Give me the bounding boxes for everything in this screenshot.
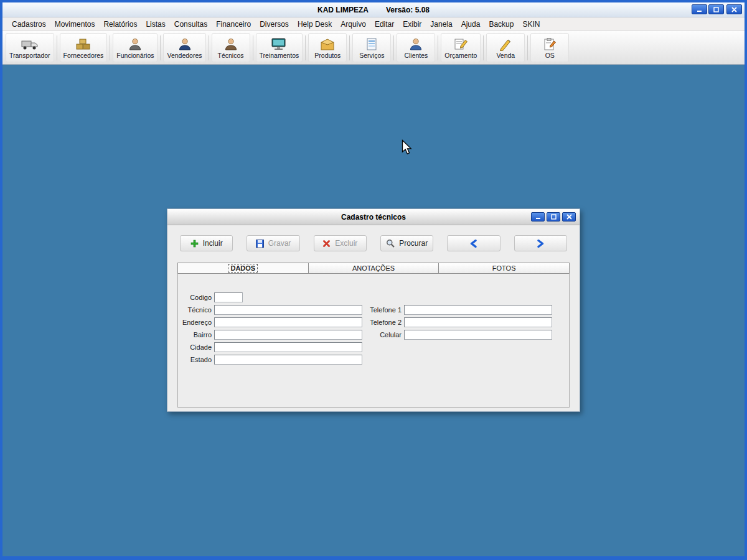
main-toolbar: TransportadorFornecedoresFuncionáriosVen… <box>2 31 745 65</box>
toolbar-separator <box>527 35 528 60</box>
dialog-minimize-button[interactable] <box>531 212 545 222</box>
toolbar-separator <box>57 35 57 60</box>
toolbar-button-treinamentos[interactable]: Treinamentos <box>256 33 303 62</box>
toolbar-button-label: Serviços <box>359 52 384 59</box>
menu-item-movimentos[interactable]: Movimentos <box>50 18 100 30</box>
menu-item-consultas[interactable]: Consultas <box>170 18 212 30</box>
dialog-cadastro-tecnicos: Cadastro técnicos IncluirGravarExcluirPr… <box>167 208 580 412</box>
toolbar-button-venda[interactable]: Venda <box>486 33 525 62</box>
field-input-tecnico[interactable] <box>214 305 362 315</box>
menu-item-janela[interactable]: Janela <box>426 18 456 30</box>
toolbar-button-label: Orçamento <box>444 52 477 59</box>
form-row: Endereço <box>181 316 362 329</box>
toolbar-button-funcionarios[interactable]: Funcionários <box>113 33 157 62</box>
toolbar-button-label: Produtos <box>314 52 341 59</box>
arrow-left-icon <box>469 240 478 248</box>
field-input-codigo[interactable] <box>214 292 243 302</box>
menu-item-exibir[interactable]: Exibir <box>398 18 426 30</box>
maximize-icon <box>551 214 557 220</box>
tab-label: FOTOS <box>492 264 516 272</box>
delete-icon <box>322 240 331 248</box>
toolbar-separator <box>160 35 161 60</box>
menu-item-diversos[interactable]: Diversos <box>255 18 293 30</box>
excluir-button[interactable]: Excluir <box>314 235 367 251</box>
menu-item-financeiro[interactable]: Financeiro <box>212 18 255 30</box>
toolbar-button-tecnicos[interactable]: Técnicos <box>212 33 250 62</box>
field-input-bairro[interactable] <box>214 330 362 340</box>
field-input-cidade[interactable] <box>214 342 362 352</box>
tab-fotos[interactable]: FOTOS <box>438 263 570 274</box>
toolbar-button-orcamento[interactable]: Orçamento <box>441 33 481 62</box>
gravar-button[interactable]: Gravar <box>247 235 299 251</box>
tab-label: ANOTAÇÕES <box>352 264 395 272</box>
incluir-button[interactable]: Incluir <box>180 235 233 251</box>
previous-record-button[interactable] <box>447 235 500 251</box>
menu-item-listas[interactable]: Listas <box>141 18 169 30</box>
truck-icon <box>21 36 39 51</box>
toolbar-button-fornecedores[interactable]: Fornecedores <box>60 33 108 62</box>
dialog-titlebar: Cadastro técnicos <box>167 209 580 225</box>
form-left-column: CodigoTécnicoEndereçoBairroCidadeEstado <box>181 291 362 366</box>
sale-pencil-icon <box>499 36 512 51</box>
dialog-title: Cadastro técnicos <box>341 213 406 222</box>
arrow-right-icon <box>536 240 545 248</box>
maximize-button[interactable] <box>708 4 724 14</box>
form-row: Bairro <box>181 329 362 341</box>
tab-dados[interactable]: DADOS <box>177 263 308 274</box>
toolbar-separator <box>438 35 438 60</box>
form-row: Cidade <box>181 341 362 353</box>
monitor-icon <box>271 36 287 51</box>
field-label-telefone-1: Telefone 1 <box>367 306 402 314</box>
form-row: Técnico <box>181 304 362 316</box>
menu-item-cadastros[interactable]: Cadastros <box>7 18 50 30</box>
procurar-button-label: Procurar <box>399 239 428 248</box>
field-input-estado[interactable] <box>214 355 362 365</box>
services-document-icon <box>365 36 378 51</box>
minimize-button[interactable] <box>692 4 707 14</box>
close-icon <box>731 7 737 12</box>
dialog-maximize-button[interactable] <box>547 212 560 222</box>
toolbar-button-transportador[interactable]: Transportador <box>6 33 54 62</box>
client-icon <box>409 36 423 51</box>
toolbar-button-clientes[interactable]: Clientes <box>397 33 435 62</box>
menu-item-skin[interactable]: SKIN <box>518 18 544 30</box>
menu-item-help-desk[interactable]: Help Desk <box>293 18 336 30</box>
field-input-telefone-2[interactable] <box>404 317 552 327</box>
next-record-button[interactable] <box>514 235 567 251</box>
menu-item-editar[interactable]: Editar <box>370 18 398 30</box>
menu-item-ajuda[interactable]: Ajuda <box>457 18 485 30</box>
toolbar-button-produtos[interactable]: Produtos <box>308 33 347 62</box>
toolbar-button-os[interactable]: OS <box>530 33 569 62</box>
field-input-endereco[interactable] <box>214 317 362 327</box>
field-label-telefone-2: Telefone 2 <box>367 319 402 326</box>
form-row: Codigo <box>181 291 362 304</box>
form-row: Telefone 2 <box>367 316 552 329</box>
toolbar-separator <box>110 35 110 60</box>
toolbar-button-servicos[interactable]: Serviços <box>352 33 391 62</box>
field-input-telefone-1[interactable] <box>404 305 552 315</box>
close-button[interactable] <box>726 4 742 14</box>
menu-item-backup[interactable]: Backup <box>484 18 518 30</box>
menu-item-relatorios[interactable]: Relatórios <box>99 18 141 30</box>
toolbar-button-vendedores[interactable]: Vendedores <box>163 33 205 62</box>
maximize-icon <box>713 7 719 12</box>
employee-icon <box>128 36 142 51</box>
tab-label: DADOS <box>228 264 257 272</box>
incluir-button-label: Incluir <box>203 239 223 248</box>
menu-item-arquivo[interactable]: Arquivo <box>336 18 370 30</box>
excluir-button-label: Excluir <box>335 239 357 248</box>
toolbar-separator <box>209 35 209 60</box>
toolbar-separator <box>349 35 350 60</box>
procurar-button[interactable]: Procurar <box>380 235 433 251</box>
field-label-bairro: Bairro <box>181 331 212 338</box>
tab-anotacoes[interactable]: ANOTAÇÕES <box>308 263 439 274</box>
app-title: KAD LIMPEZA Versão: 5.08 <box>317 6 430 14</box>
toolbar-button-label: Vendedores <box>167 52 202 59</box>
product-box-icon <box>320 36 336 51</box>
toolbar-button-label: Fornecedores <box>63 52 104 59</box>
form-row: Celular <box>367 329 552 341</box>
field-input-celular[interactable] <box>404 330 552 340</box>
toolbar-button-label: Venda <box>496 52 515 59</box>
toolbar-separator <box>483 35 484 60</box>
dialog-close-button[interactable] <box>562 212 576 222</box>
